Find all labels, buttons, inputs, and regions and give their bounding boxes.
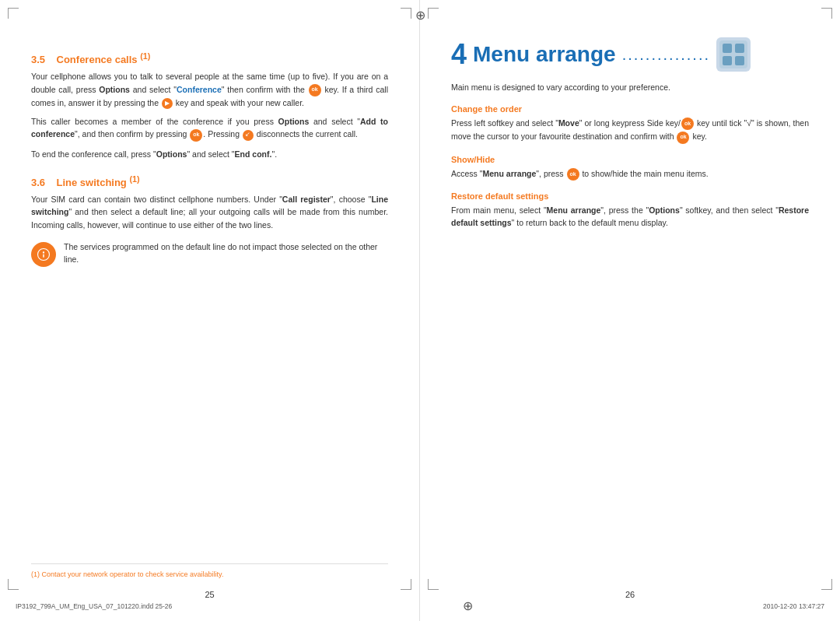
footnote-ref-2: (1) (129, 174, 139, 184)
call-register-bold: Call register (282, 195, 331, 204)
subsection-change-order-title: Change the order (451, 104, 809, 114)
options-bold-4: Options (649, 205, 680, 215)
footnote-text: (1) Contact your network operator to che… (31, 570, 388, 578)
section-36-number: 3.6 (31, 177, 45, 188)
subsection-restore-body: From main menu, select "Menu arrange", p… (451, 204, 809, 230)
options-bold-1: Options (99, 85, 130, 94)
chapter-number: 4 (451, 40, 467, 68)
ok-icon-5: ok (567, 168, 579, 181)
footnote-ref-1: (1) (140, 51, 150, 61)
footer: IP3192_799A_UM_Eng_USA_07_101220.indd 25… (0, 598, 840, 613)
corner-tr (401, 8, 411, 19)
section-35-number: 3.5 (31, 54, 45, 65)
subsection-restore-title: Restore default settings (451, 191, 809, 201)
top-crosshair-icon: ⊕ (415, 8, 425, 23)
arrow-icon-2: ↙ (243, 130, 254, 141)
footnote-divider (31, 563, 388, 564)
svg-rect-6 (735, 56, 744, 65)
section-36-para1: Your SIM card can contain two distinct c… (31, 193, 388, 231)
ok-icon-3: ok (681, 118, 694, 130)
note-icon (31, 242, 56, 267)
subsection-showhide-title: Show/Hide (451, 155, 809, 164)
ok-icon-1: ok (309, 84, 321, 96)
section-35-para3: To end the conference call, press "Optio… (31, 148, 388, 160)
conference-link: Conference (177, 85, 222, 94)
menu-arrange-bold-1: Menu arrange (483, 169, 537, 178)
section-35-heading: 3.5 Conference calls (1) (31, 51, 388, 65)
move-bold: Move (558, 118, 579, 128)
corner-br (401, 579, 411, 590)
note-text: The services programmed on the default l… (64, 240, 388, 266)
left-page: 3.5 Conference calls (1) Your cellphone … (0, 0, 420, 621)
menu-arrange-bold-2: Menu arrange (547, 205, 601, 215)
note-box: The services programmed on the default l… (31, 240, 388, 267)
add-to-conference-bold: Add to conference (31, 117, 388, 139)
options-bold-2: Options (278, 117, 310, 126)
arrow-icon-1: ▶ (162, 98, 173, 109)
page-container: 3.5 Conference calls (1) Your cellphone … (0, 0, 840, 621)
subsection-showhide-body: Access "Menu arrange", press ok to show/… (451, 167, 809, 181)
corner-tl (8, 8, 19, 19)
chapter-heading: 4 Menu arrange ............... (451, 37, 809, 72)
section-35-para1: Your cellphone allows you to talk to sev… (31, 70, 388, 109)
svg-point-1 (43, 251, 44, 253)
info-icon (37, 247, 51, 261)
right-corner-tr (821, 8, 832, 19)
footer-left: IP3192_799A_UM_Eng_USA_07_101220.indd 25… (16, 602, 172, 610)
chapter-dots: ............... (622, 46, 710, 64)
ok-icon-4: ok (677, 132, 689, 144)
options-bold-3: Options (156, 149, 187, 159)
right-page: 4 Menu arrange ............... Main menu… (420, 0, 840, 621)
section-35-para2: This caller becomes a member of the conf… (31, 115, 388, 141)
svg-rect-4 (735, 44, 744, 53)
ok-icon-2: ok (190, 129, 202, 142)
footer-right: 2010-12-20 13:47:27 (763, 602, 824, 610)
chapter-title: Menu arrange (473, 44, 616, 65)
right-corner-bl (428, 579, 439, 590)
svg-rect-3 (723, 44, 732, 53)
section-35-title: Conference calls (1) (57, 54, 151, 65)
section-36-title: Line switching (1) (57, 177, 140, 188)
right-corner-tl (428, 8, 439, 19)
menu-grid-svg (719, 40, 747, 68)
end-conf-bold: End conf. (235, 149, 272, 159)
chapter-intro: Main menu is designed to vary according … (451, 81, 809, 93)
svg-rect-5 (723, 56, 732, 65)
right-corner-br (821, 579, 832, 590)
section-36-heading: 3.6 Line switching (1) (31, 174, 388, 188)
bottom-crosshair-icon: ⊕ (463, 598, 473, 613)
corner-bl (8, 579, 19, 590)
chapter-icon (716, 37, 751, 72)
restore-default-bold: Restore default settings (451, 205, 809, 227)
line-switching-bold: Line switching (31, 195, 388, 216)
subsection-change-order-body: Press left softkey and select "Move" or … (451, 117, 809, 143)
